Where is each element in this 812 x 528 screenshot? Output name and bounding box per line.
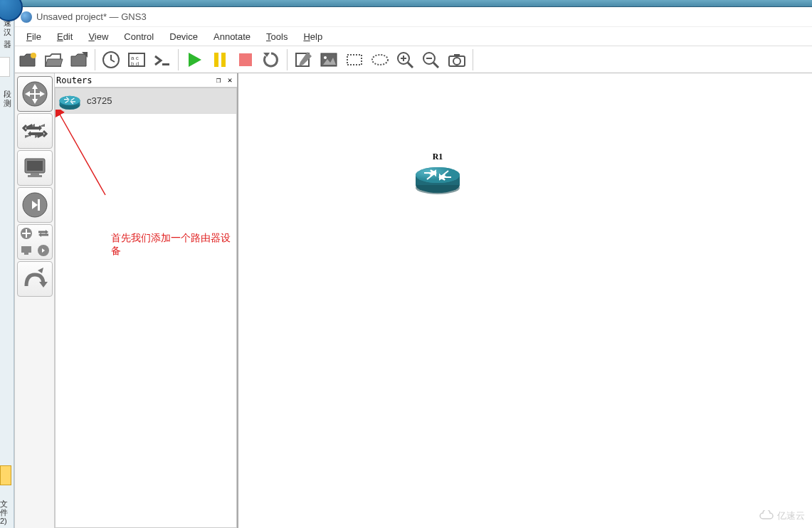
edge-stub [0, 57, 10, 77]
mini-switch-icon [36, 226, 51, 241]
security-icon [21, 191, 49, 219]
panel-close-button[interactable]: ✕ [224, 75, 236, 85]
menu-bar: File Edit View Control Device Annotate T… [15, 27, 812, 46]
zoom-in-button[interactable] [393, 48, 418, 72]
panel-undock-button[interactable]: ❐ [213, 75, 224, 85]
svg-rect-21 [27, 161, 43, 171]
svg-rect-12 [347, 55, 362, 65]
svg-point-0 [31, 53, 36, 58]
snapshot-icon [101, 51, 121, 69]
svg-point-11 [324, 56, 327, 59]
watermark-text: 亿速云 [777, 509, 805, 522]
draw-ellipse-button[interactable] [367, 48, 393, 72]
device-category-toolbar [15, 73, 55, 528]
svg-point-18 [453, 58, 460, 65]
outer-chrome-left: 速汉 器 段测 文件2) [0, 0, 14, 528]
save-project-button[interactable] [66, 48, 92, 72]
watermark: 亿速云 [759, 509, 805, 522]
svg-rect-8 [239, 53, 252, 66]
pause-button[interactable] [207, 48, 233, 72]
menu-device[interactable]: Device [162, 28, 205, 45]
draw-rect-icon [344, 51, 364, 69]
window-title: Unsaved project* — GNS3 [36, 11, 147, 22]
annotation-text: 首先我们添加一个路由器设备 [111, 232, 236, 258]
play-icon [184, 51, 204, 69]
panel-title: Routers [56, 75, 213, 85]
snapshot-button[interactable] [98, 48, 124, 72]
device-label: c3725 [87, 95, 112, 106]
add-note-button[interactable] [290, 48, 316, 72]
svg-line-34 [59, 113, 105, 195]
menu-annotate[interactable]: Annotate [206, 28, 258, 45]
edge-folder-icon [0, 465, 11, 485]
reload-button[interactable] [258, 48, 284, 72]
router-device-icon [58, 91, 81, 111]
new-project-icon [18, 51, 38, 69]
screenshot-button[interactable] [444, 48, 470, 72]
save-project-icon [69, 51, 89, 69]
routers-category-button[interactable] [17, 76, 53, 112]
svg-rect-25 [38, 199, 40, 211]
menu-file[interactable]: File [19, 28, 48, 45]
mini-pc-icon [19, 243, 33, 258]
router-node-icon [414, 164, 461, 195]
stop-icon [236, 51, 255, 69]
svg-rect-17 [454, 54, 460, 57]
pause-icon [210, 51, 230, 69]
console-icon [152, 51, 172, 69]
add-link-button[interactable] [17, 261, 53, 297]
menu-view[interactable]: View [81, 28, 115, 45]
svg-point-39 [416, 167, 460, 183]
svg-rect-6 [214, 53, 218, 67]
zoom-out-button[interactable] [418, 48, 444, 72]
zoom-out-icon [421, 51, 441, 69]
devices-panel: Routers ❐ ✕ c3725 [55, 73, 238, 528]
add-link-icon [21, 265, 49, 293]
switches-icon [21, 117, 49, 145]
menu-edit[interactable]: Edit [50, 28, 80, 45]
svg-rect-23 [28, 175, 42, 177]
new-project-button[interactable] [15, 48, 41, 72]
device-list: c3725 首先我们添加一个路由器设备 [55, 88, 237, 528]
svg-point-33 [60, 95, 80, 105]
insert-image-button[interactable] [316, 48, 342, 72]
menu-tools[interactable]: Tools [259, 28, 295, 45]
svg-rect-5 [162, 63, 169, 65]
edge-text: 段测 [0, 90, 14, 108]
edge-text: 器 [0, 40, 14, 49]
add-note-icon [293, 51, 313, 69]
annotation-arrow [56, 110, 123, 216]
panel-header: Routers ❐ ✕ [55, 73, 237, 88]
open-project-icon [43, 51, 63, 69]
end-devices-category-button[interactable] [17, 150, 53, 186]
title-bar: Unsaved project* — GNS3 [15, 7, 812, 27]
show-names-icon: a cb d [127, 51, 147, 69]
menu-help[interactable]: Help [296, 28, 329, 45]
stop-button[interactable] [233, 48, 258, 72]
menu-control[interactable]: Control [117, 28, 161, 45]
switches-category-button[interactable] [17, 113, 53, 149]
screenshot-icon [447, 51, 467, 69]
edge-text: 文件2) [0, 500, 14, 525]
insert-image-icon [319, 51, 339, 69]
reload-icon [261, 51, 281, 69]
open-project-button[interactable] [41, 48, 66, 72]
draw-rect-button[interactable] [342, 48, 367, 72]
security-devices-category-button[interactable] [17, 187, 53, 223]
all-devices-category-button[interactable] [17, 224, 53, 260]
topology-canvas[interactable]: R1 [238, 73, 812, 528]
play-button[interactable] [181, 48, 207, 72]
show-names-button[interactable]: a cb d [124, 48, 149, 72]
main-toolbar: a cb d [15, 46, 812, 73]
svg-rect-27 [21, 246, 31, 253]
svg-point-13 [372, 55, 388, 65]
app-window: Unsaved project* — GNS3 File Edit View C… [14, 7, 812, 528]
svg-text:b d: b d [131, 60, 139, 67]
mini-security-icon [36, 243, 51, 258]
mini-router-icon [19, 226, 33, 241]
main-area: Routers ❐ ✕ c3725 [15, 73, 812, 528]
device-item-c3725[interactable]: c3725 [56, 88, 236, 114]
routers-icon [21, 80, 49, 108]
node-r1[interactable]: R1 [413, 152, 463, 197]
console-button[interactable] [149, 48, 175, 72]
